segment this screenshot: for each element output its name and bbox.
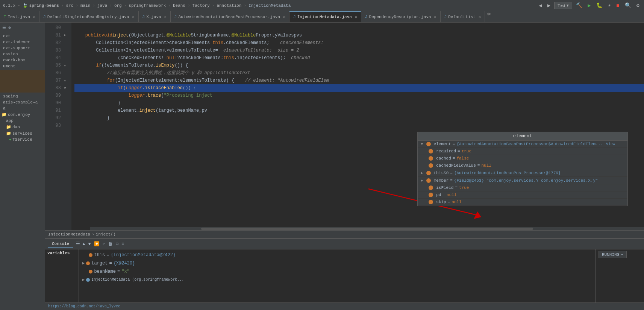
tab-defaultlist-close[interactable]: ✕ xyxy=(479,15,481,19)
sidebar-item-saging[interactable]: saging xyxy=(0,93,45,99)
debug-row-required[interactable]: required = true xyxy=(418,148,627,155)
tab-injection-icon: J xyxy=(293,15,296,19)
tab-dependency-close[interactable]: ✕ xyxy=(434,15,436,19)
tab-defaultsingleton[interactable]: J DefaultSingletonBeanRegistry.java ✕ xyxy=(39,11,138,22)
sidebar-item-ession[interactable]: ession xyxy=(0,51,45,57)
expand-member[interactable]: ▶ xyxy=(421,178,423,183)
var-row-thread[interactable]: ▶ InjectionMetadata (org.springframework… xyxy=(82,276,592,284)
tab-test-close[interactable]: ✕ xyxy=(33,15,35,19)
gutter-fold-88[interactable]: ▽ xyxy=(64,86,66,90)
sidebar-folder-services[interactable]: 📁 services xyxy=(0,130,45,137)
console-table-icon[interactable]: ⊞ xyxy=(116,241,118,247)
debug-row-skip[interactable]: skip = null xyxy=(418,199,627,206)
tab-defaultlist[interactable]: J DefaultList ✕ xyxy=(441,11,485,22)
tab-dependency[interactable]: J DependencyDescriptor.java ✕ xyxy=(361,11,441,22)
expand-cachedfieldvalue xyxy=(421,163,426,168)
debug-key-cached: cached xyxy=(436,156,451,161)
debug-eq-cachedfieldvalue: = xyxy=(477,163,480,168)
run-config-button[interactable]: Test ▾ xyxy=(554,2,572,9)
tab-autowired-close[interactable]: ✕ xyxy=(283,15,285,19)
scroll-thumb[interactable] xyxy=(201,228,533,230)
expand-this0[interactable]: ▶ xyxy=(421,170,423,175)
tab-defaultsingleton-close[interactable]: ✕ xyxy=(132,15,135,19)
navigate-back-icon[interactable]: ◀ xyxy=(537,2,543,9)
bottom-tab-console[interactable]: Console xyxy=(48,241,73,248)
console-up-icon[interactable]: ▲ xyxy=(82,242,85,247)
console-filter-icon[interactable]: 🔽 xyxy=(94,241,100,247)
tab-injection-close[interactable]: ✕ xyxy=(355,15,357,19)
tab-x-close[interactable]: ✕ xyxy=(164,15,167,19)
field-injected: .injectedElements); xyxy=(234,54,286,62)
debug-row-element[interactable]: ▼ element = {AutowiredAnnotationBeanPost… xyxy=(418,141,627,148)
stop-icon[interactable]: ■ xyxy=(615,2,621,9)
sidebar-toggle-icon[interactable]: ☰ xyxy=(2,25,6,30)
breadcrumb-beans[interactable]: beans xyxy=(173,3,185,8)
sidebar-item-tservice[interactable]: ● TService xyxy=(0,137,45,143)
profile-icon[interactable]: ⚡ xyxy=(606,2,612,9)
gear-icon[interactable]: ⚙ xyxy=(635,2,641,9)
debug-icon-pd xyxy=(429,193,433,197)
build-icon[interactable]: 🔨 xyxy=(574,2,584,9)
breadcrumb-factory[interactable]: factory xyxy=(192,3,210,8)
hint-84: checked xyxy=(286,54,310,62)
tab-x[interactable]: J X.java ✕ xyxy=(139,11,171,22)
sidebar-item-dao[interactable]: 📁 dao xyxy=(0,124,45,130)
var-expand-target[interactable]: ▶ xyxy=(82,260,85,267)
debug-row-this0[interactable]: ▶ this$0 = {AutowiredAnnotationBeanPostP… xyxy=(418,169,627,177)
console-settings-icon[interactable]: ☰ xyxy=(76,241,80,247)
breadcrumb-class[interactable]: InjectionMetadata xyxy=(249,3,291,8)
debug-row-isfield[interactable]: isField = true xyxy=(418,184,627,191)
sidebar-settings-icon[interactable]: ⚙ xyxy=(8,25,11,30)
sidebar-item-atis[interactable]: atis-example-a xyxy=(0,99,45,105)
var-expand-thread[interactable]: ▶ xyxy=(82,277,85,283)
run-status-button[interactable]: RUNNING ▾ xyxy=(599,251,627,258)
var-row-this[interactable]: this = {InjectionMetadata@2422} xyxy=(82,251,592,259)
var-icon-target xyxy=(86,261,90,265)
gutter-fold-85[interactable]: ▽ xyxy=(64,64,66,68)
search-icon[interactable]: 🔍 xyxy=(623,2,633,9)
more-tabs-icon[interactable]: ≫ xyxy=(486,11,491,22)
tab-injection[interactable]: J InjectionMetadata.java ✕ xyxy=(289,11,361,22)
expand-element[interactable]: ▼ xyxy=(421,142,423,146)
tab-test[interactable]: T Test.java ✕ xyxy=(0,11,39,22)
type-injectelement2: InjectedElement xyxy=(126,47,167,54)
var-row-target[interactable]: ▶ target = {X@2420} xyxy=(82,259,592,267)
run-icon[interactable]: ▶ xyxy=(586,2,592,9)
debug-view-element[interactable]: View xyxy=(606,142,615,146)
debug-row-cachedfieldvalue[interactable]: cachedFieldValue = null xyxy=(418,162,627,169)
debug-icon-isfield xyxy=(429,185,433,190)
breadcrumb-main[interactable]: main xyxy=(80,3,90,8)
method-inject91: inject xyxy=(139,107,156,114)
sidebar-item-ext-support[interactable]: ext-support xyxy=(0,45,45,51)
sidebar-item-ework-bom[interactable]: ework-bom xyxy=(0,57,45,63)
debug-row-member[interactable]: ▶ member = {Field@2453} "com.enjoy.servi… xyxy=(418,177,627,184)
sidebar-folder-comenjoy[interactable]: 📁 com.enjoy xyxy=(0,111,45,118)
project-name[interactable]: spring-beans xyxy=(29,3,59,8)
debug-row-cached[interactable]: cached = false xyxy=(418,155,627,162)
sidebar-item-ext[interactable]: ext xyxy=(0,33,45,39)
punc-eq2: = xyxy=(215,47,218,54)
sidebar-item-ument[interactable]: ument xyxy=(0,63,45,69)
navigate-forward-icon[interactable]: ▶ xyxy=(546,2,552,9)
console-list-icon[interactable]: ≡ xyxy=(121,242,124,247)
breadcrumb-springframework[interactable]: springframework xyxy=(129,3,166,8)
horizontal-scrollbar[interactable] xyxy=(90,227,644,230)
debug-icon[interactable]: 🐛 xyxy=(595,2,604,9)
breadcrumb-annotation[interactable]: annotation xyxy=(217,3,241,8)
console-clear-icon[interactable]: 🗑 xyxy=(108,241,113,247)
gutter-fold-87[interactable]: ▽ xyxy=(64,79,66,83)
breadcrumb-java[interactable]: java xyxy=(97,3,107,8)
tab-autowired[interactable]: J AutowiredAnnotationBeanPostProcessor.j… xyxy=(171,11,289,22)
sidebar-item-ext-indexer[interactable]: ext-indexer xyxy=(0,39,45,45)
sidebar-item-a[interactable]: a xyxy=(0,105,45,111)
indent-91 xyxy=(74,107,118,114)
sidebar-item-app[interactable]: app xyxy=(0,118,45,124)
console-wrap-icon[interactable]: ↩ xyxy=(103,241,105,247)
console-down-icon[interactable]: ▼ xyxy=(88,242,91,247)
debug-row-pd[interactable]: pd = null xyxy=(418,191,627,199)
breadcrumb-src[interactable]: src xyxy=(66,3,73,8)
var-row-beanname[interactable]: beanName = "x" xyxy=(82,267,592,276)
breadcrumb-org[interactable]: org xyxy=(114,3,122,8)
debug-eq-cached: = xyxy=(453,156,455,161)
bottom-tab-bar: Console ☰ ▲ ▼ 🔽 ↩ 🗑 ⊞ ≡ xyxy=(45,239,644,249)
